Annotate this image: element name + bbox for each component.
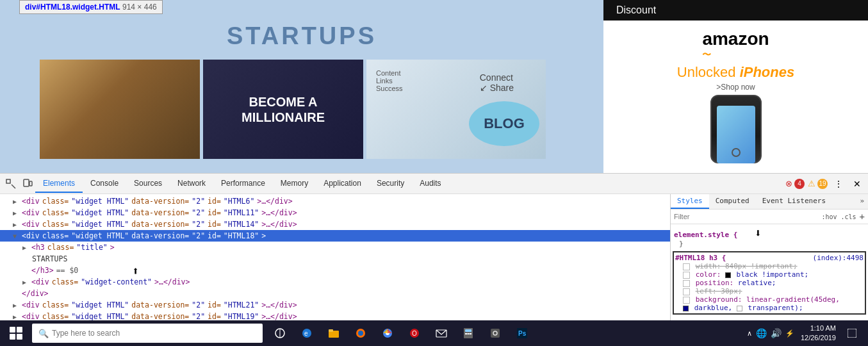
warning-indicator: ⚠ 19 (808, 179, 828, 189)
svg-text:O: O (412, 330, 417, 337)
element-html18[interactable]: ▼ <div class="widget HTML" data-version=… (0, 230, 670, 242)
chevron-up-icon[interactable]: ∧ (747, 329, 752, 338)
task-view-button[interactable] (268, 321, 292, 345)
selected-css-rule: #HTML18 h3 { (index):4498 width: 840px !… (673, 251, 866, 315)
prop-checkbox[interactable] (683, 272, 690, 279)
system-icons: ∧ 🌐 🔊 ⚡ (747, 328, 794, 338)
up-arrow-icon: ⬆ (132, 264, 139, 277)
tab-security[interactable]: Security (369, 175, 412, 193)
error-indicator: ⊗ 4 (785, 179, 805, 189)
styles-tab-styles[interactable]: Styles (671, 194, 709, 209)
file-explorer-icon[interactable] (322, 321, 346, 345)
expand-icon[interactable]: ▶ (13, 302, 19, 309)
volume-icon[interactable]: 🔊 (771, 328, 782, 338)
expand-icon[interactable]: ▶ (13, 221, 19, 228)
element-html6[interactable]: ▶ <div class="widget HTML" data-version=… (0, 195, 670, 207)
taskbar-search-bar[interactable]: 🔍 (32, 324, 263, 343)
more-options-button[interactable]: ✕ (849, 176, 865, 192)
image-row: BECOME AMILLIONAIRE ContentLinksSuccess … (40, 60, 603, 162)
warning-count: 19 (817, 179, 828, 189)
svg-point-11 (358, 331, 363, 336)
search-icon: 🔍 (38, 329, 49, 338)
element-div-close[interactable]: </div> (0, 288, 670, 299)
photoshop-icon[interactable]: Ps (510, 321, 534, 345)
color-swatch-black (725, 272, 731, 278)
expand-icon[interactable]: ▼ (13, 233, 19, 240)
filter-pseudo[interactable]: :hov .cls (821, 213, 856, 220)
settings-icon[interactable] (483, 321, 507, 345)
css-prop-color: color: black !important; (675, 270, 864, 279)
tab-console[interactable]: Console (83, 175, 126, 193)
prop-checkbox[interactable] (683, 297, 690, 304)
tab-application[interactable]: Application (316, 175, 369, 193)
styles-tab-more[interactable]: » (856, 194, 868, 209)
chrome-icon[interactable] (375, 321, 400, 345)
search-input[interactable] (52, 329, 256, 338)
expand-icon[interactable]: ▶ (13, 198, 19, 205)
element-html21[interactable]: ▶ <div class="widget HTML" data-version=… (0, 299, 670, 311)
svg-rect-2 (24, 179, 29, 186)
tab-performance[interactable]: Performance (213, 175, 273, 193)
svg-rect-9 (329, 329, 333, 332)
css-rule-source[interactable]: (index):4498 (813, 254, 864, 262)
tab-audits[interactable]: Audits (412, 175, 448, 193)
time-date[interactable]: 1:10 AM 12/26/2019 (801, 324, 836, 343)
element-h3-close[interactable]: </h3> == $0 ⬆ (0, 265, 670, 276)
tab-elements[interactable]: Elements (35, 175, 83, 193)
element-h3[interactable]: ▶ <h3 class="title" > (0, 242, 670, 253)
svg-rect-22 (491, 329, 500, 338)
expand-icon[interactable]: ▶ (22, 244, 29, 251)
color-swatch-darkblue (683, 306, 689, 311)
expand-icon[interactable]: ▶ (13, 210, 19, 217)
error-count: 4 (794, 179, 805, 189)
prop-checkbox[interactable] (683, 263, 690, 270)
network-icon[interactable]: 🌐 (756, 328, 767, 338)
opera-icon[interactable]: O (402, 321, 427, 345)
expand-icon[interactable]: ▶ (22, 279, 29, 286)
tab-memory[interactable]: Memory (273, 175, 316, 193)
prop-checkbox[interactable] (683, 288, 690, 295)
element-widget-content[interactable]: ▶ <div class="widget-content" >…</div> (0, 276, 670, 288)
taskbar-icons: e O (268, 321, 534, 345)
device-toggle-button[interactable] (20, 176, 35, 192)
filter-add-button[interactable]: + (860, 211, 865, 222)
taskbar: 🔍 e (0, 320, 868, 346)
discount-text: Discount (616, 4, 656, 16)
styles-tab-event-listeners[interactable]: Event Listeners (756, 194, 832, 209)
mail-icon[interactable] (429, 321, 454, 345)
image-2: BECOME AMILLIONAIRE (203, 60, 363, 159)
tab-sources[interactable]: Sources (126, 175, 170, 193)
firefox-icon[interactable] (348, 321, 373, 345)
css-rule-selector: #HTML18 h3 { (675, 254, 726, 262)
start-button[interactable] (0, 320, 32, 346)
svg-rect-18 (465, 329, 471, 332)
blog-text: BLOG (484, 115, 525, 132)
styles-tab-computed[interactable]: Computed (709, 194, 756, 209)
image-1 (40, 60, 200, 159)
inspect-element-button[interactable] (3, 176, 19, 192)
iphone-image (710, 95, 762, 163)
date: 12/26/2019 (801, 333, 836, 343)
settings-button[interactable]: ⋮ (831, 176, 846, 192)
clock: 1:10 AM (801, 324, 836, 333)
css-prop-width: width: 840px !important; (675, 262, 864, 270)
battery-icon[interactable]: ⚡ (785, 329, 794, 338)
discount-bar: Discount (603, 0, 868, 21)
windows-logo (10, 327, 22, 340)
edge-browser-icon[interactable]: e (295, 321, 319, 345)
svg-rect-3 (29, 181, 32, 186)
expand-icon[interactable]: ▶ (13, 313, 19, 320)
prop-checkbox[interactable] (683, 280, 690, 287)
element-style-rule: element.style { ⬇ } (671, 224, 868, 250)
element-html11[interactable]: ▶ <div class="widget HTML" data-version=… (0, 207, 670, 218)
element-html14[interactable]: ▶ <div class="widget HTML" data-version=… (0, 218, 670, 230)
image-3: ContentLinksSuccess Connect↙ Share BLOG (366, 60, 546, 159)
millionaire-text: BECOME AMILLIONAIRE (242, 94, 325, 125)
filter-input[interactable] (674, 213, 818, 220)
notification-button[interactable] (842, 321, 862, 345)
amazon-smile: 〜 (702, 49, 769, 61)
svg-text:Ps: Ps (518, 330, 527, 337)
tab-network[interactable]: Network (170, 175, 213, 193)
calculator-icon[interactable] (456, 321, 480, 345)
css-prop-background-cont: darkblue, transparent); (675, 304, 864, 312)
